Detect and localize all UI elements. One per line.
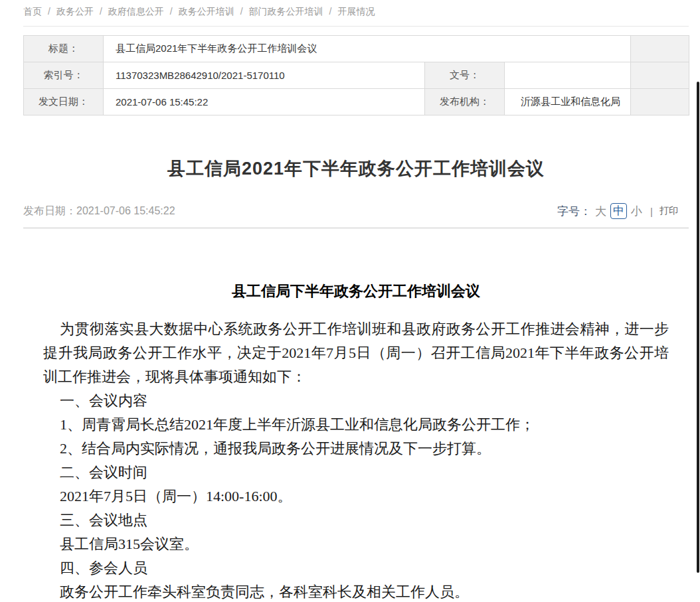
meta-empty-cell [631,36,689,62]
meta-label-issuing-org: 发布机构： [425,89,505,115]
section-4-heading: 四、参会人员 [43,556,669,580]
font-size-label: 字号： [557,204,591,219]
article-body: 县工信局下半年政务公开工作培训会议 为贯彻落实县大数据中心系统政务公开工作培训班… [23,281,689,602]
section-1-item-1: 1、周青霄局长总结2021年度上半年沂源县工业和信息化局政务公开工作； [43,413,669,437]
font-size-large-button[interactable]: 大 [595,206,606,217]
publish-date-value: 2021-07-06 15:45:22 [76,205,175,216]
meta-label-issue-date: 发文日期： [24,89,104,115]
meta-empty-cell [631,89,689,115]
breadcrumb-separator: / [170,6,173,17]
article-content-title: 县工信局下半年政务公开工作培训会议 [43,281,669,301]
breadcrumb-item-home[interactable]: 首页 [23,6,42,17]
meta-value-doc-number [505,62,631,89]
breadcrumb: 首页/政务公开/政府信息公开/政务公开培训/部门政务公开培训/开展情况 [23,0,689,27]
section-4-participants: 政务公开工作牵头科室负责同志，各科室科长及相关工作人员。 [43,580,669,602]
section-1-heading: 一、会议内容 [43,389,669,413]
breadcrumb-item-progress[interactable]: 开展情况 [337,6,375,17]
breadcrumb-separator: / [329,6,332,17]
breadcrumb-separator: / [240,6,243,17]
breadcrumb-separator: / [100,6,102,17]
meta-value-index-number: 11370323MB28642910/2021-5170110 [104,62,425,89]
font-size-controls: 字号： 大 中 小 | 打印 [557,203,689,219]
font-size-medium-button[interactable]: 中 [610,203,627,219]
breadcrumb-item-training[interactable]: 政务公开培训 [179,6,234,17]
page: 首页/政务公开/政府信息公开/政务公开培训/部门政务公开培训/开展情况 标题： … [0,0,700,602]
content-container: 首页/政务公开/政府信息公开/政务公开培训/部门政务公开培训/开展情况 标题： … [23,0,689,602]
meta-row-date: 发文日期： 2021-07-06 15:45:22 发布机构： 沂源县工业和信息… [24,89,689,115]
meta-label-doc-number: 文号： [425,62,505,89]
page-title: 县工信局2021年下半年政务公开工作培训会议 [23,157,689,181]
meta-table: 标题： 县工信局2021年下半年政务公开工作培训会议 索引号： 11370323… [23,35,689,115]
meta-value-title: 县工信局2021年下半年政务公开工作培训会议 [104,36,631,62]
font-size-small-button[interactable]: 小 [631,206,642,217]
publish-date: 发布日期：2021-07-06 15:45:22 [23,204,175,218]
meta-empty-cell [631,62,689,89]
section-2-time: 2021年7月5日（周一）14:00-16:00。 [43,485,669,508]
breadcrumb-item-open-gov[interactable]: 政务公开 [56,6,94,17]
meta-row-index: 索引号： 11370323MB28642910/2021-5170110 文号： [24,62,689,89]
section-3-location: 县工信局315会议室。 [43,532,669,556]
publish-date-label: 发布日期： [23,205,76,216]
paragraph-intro: 为贯彻落实县大数据中心系统政务公开工作培训班和县政府政务公开工作推进会精神，进一… [43,317,669,389]
meta-value-issue-date: 2021-07-06 15:45:22 [104,89,425,115]
meta-label-title: 标题： [24,36,104,62]
article-meta-bar: 发布日期：2021-07-06 15:45:22 字号： 大 中 小 | 打印 [23,203,689,228]
vertical-separator: | [650,206,653,217]
breadcrumb-item-dept-training[interactable]: 部门政务公开培训 [249,6,323,17]
meta-label-index-number: 索引号： [24,62,104,89]
breadcrumb-item-gov-info[interactable]: 政府信息公开 [108,6,164,17]
meta-row-title: 标题： 县工信局2021年下半年政务公开工作培训会议 [24,36,689,62]
section-1-item-2: 2、结合局内实际情况，通报我局政务公开进展情况及下一步打算。 [43,437,669,461]
section-3-heading: 三、会议地点 [43,508,669,532]
breadcrumb-separator: / [48,6,50,17]
section-2-heading: 二、会议时间 [43,461,669,485]
meta-value-issuing-org: 沂源县工业和信息化局 [505,89,631,115]
scrollbar-thumb[interactable] [697,82,699,573]
print-button[interactable]: 打印 [659,205,678,217]
